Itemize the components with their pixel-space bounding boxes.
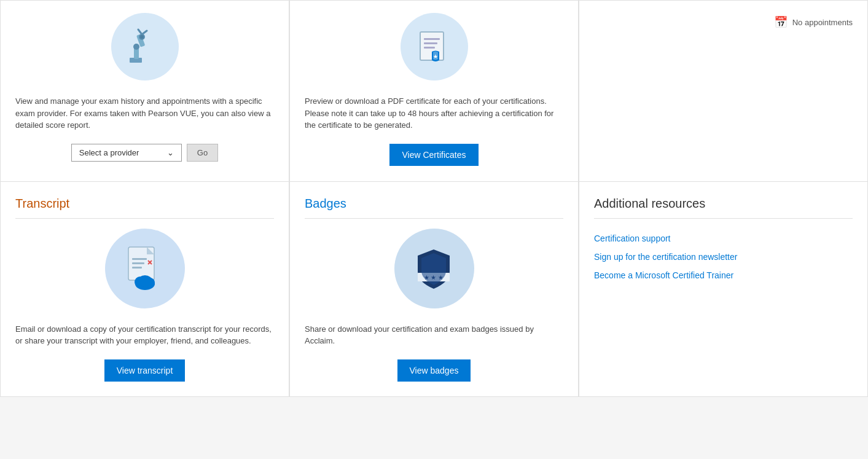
resource-link-list: Certification support Sign up for the ce… (594, 233, 853, 280)
provider-go-button[interactable]: Go (187, 144, 218, 162)
robot-arm-icon (125, 27, 165, 67)
top-row: View and manage your exam history and ap… (0, 0, 868, 181)
newsletter-link[interactable]: Sign up for the certification newsletter (594, 252, 853, 262)
view-certificates-button[interactable]: View Certificates (389, 144, 478, 166)
svg-line-6 (142, 31, 147, 34)
additional-resources-card: Additional resources Certification suppo… (579, 181, 868, 397)
calendar-icon: 📅 (774, 15, 788, 29)
transcript-card: Transcript (0, 181, 289, 397)
badge-icon: ★ ★ ★ (408, 242, 460, 294)
svg-rect-10 (424, 42, 437, 44)
certificates-top-card: Preview or download a PDF certificate fo… (289, 0, 579, 181)
dropdown-chevron-icon: ⌄ (167, 148, 174, 157)
bottom-row: Transcript (0, 181, 868, 397)
svg-point-7 (140, 35, 144, 39)
transcript-icon (117, 241, 173, 296)
svg-rect-11 (424, 47, 435, 49)
svg-rect-14 (132, 258, 147, 260)
transcript-description: Email or download a copy of your certifi… (15, 323, 274, 347)
certificate-icon-circle (401, 13, 468, 80)
transcript-icon-circle (105, 229, 185, 308)
badges-description: Share or download your certification and… (305, 323, 563, 347)
view-badges-button[interactable]: View badges (397, 359, 471, 382)
provider-dropdown[interactable]: Select a provider ⌄ (71, 144, 182, 162)
appointments-top-card: 📅 No appointments (579, 0, 868, 181)
exam-history-top-card: View and manage your exam history and ap… (0, 0, 289, 181)
svg-point-22 (138, 275, 152, 286)
no-appointments-label: No appointments (792, 18, 853, 27)
provider-selector-row: Select a provider ⌄ Go (71, 144, 218, 162)
view-transcript-button[interactable]: View transcript (104, 359, 186, 382)
svg-point-2 (133, 44, 139, 50)
badge-icon-circle: ★ ★ ★ (394, 229, 474, 308)
certificate-icon (414, 27, 454, 67)
certificates-description: Preview or download a PDF certificate fo… (305, 95, 563, 131)
svg-rect-15 (132, 262, 144, 264)
transcript-title: Transcript (15, 197, 274, 219)
page-container: View and manage your exam history and ap… (0, 0, 868, 459)
badges-card: Badges ★ ★ ★ Share or down (289, 181, 579, 397)
exam-history-description: View and manage your exam history and ap… (15, 95, 274, 131)
badges-title: Badges (305, 197, 563, 219)
exam-history-icon-circle (111, 13, 179, 80)
certified-trainer-link[interactable]: Become a Microsoft Certified Trainer (594, 270, 853, 280)
no-appointments-row: 📅 No appointments (774, 15, 853, 29)
svg-rect-16 (132, 267, 142, 269)
provider-dropdown-label: Select a provider (79, 148, 139, 157)
certification-support-link[interactable]: Certification support (594, 233, 853, 243)
additional-resources-title: Additional resources (594, 197, 853, 219)
svg-rect-9 (424, 38, 440, 40)
